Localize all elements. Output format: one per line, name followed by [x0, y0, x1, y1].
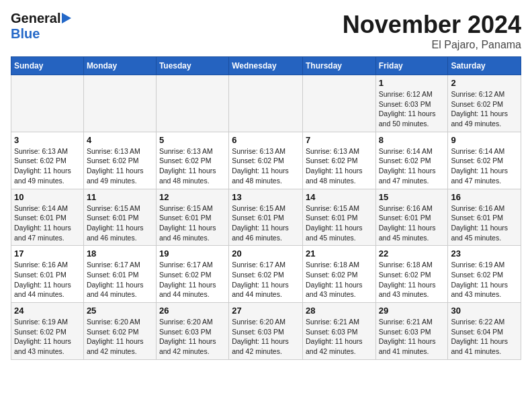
calendar-cell: 27Sunrise: 6:20 AMSunset: 6:03 PMDayligh… — [229, 303, 303, 360]
calendar-cell: 19Sunrise: 6:17 AMSunset: 6:02 PMDayligh… — [156, 246, 228, 303]
day-info: Sunrise: 6:18 AMSunset: 6:02 PMDaylight:… — [379, 260, 445, 300]
day-info: Sunrise: 6:15 AMSunset: 6:01 PMDaylight:… — [232, 203, 300, 243]
day-info: Sunrise: 6:13 AMSunset: 6:02 PMDaylight:… — [14, 146, 81, 186]
day-info: Sunrise: 6:12 AMSunset: 6:02 PMDaylight:… — [451, 89, 518, 129]
day-number: 16 — [451, 192, 518, 202]
logo: General Blue — [11, 11, 71, 42]
page-subtitle: El Pajaro, Panama — [343, 39, 521, 51]
day-number: 10 — [14, 192, 81, 202]
day-info: Sunrise: 6:20 AMSunset: 6:03 PMDaylight:… — [232, 317, 300, 357]
day-info: Sunrise: 6:21 AMSunset: 6:03 PMDaylight:… — [306, 317, 373, 357]
day-info: Sunrise: 6:20 AMSunset: 6:02 PMDaylight:… — [87, 317, 153, 357]
day-info: Sunrise: 6:17 AMSunset: 6:02 PMDaylight:… — [232, 260, 300, 300]
day-number: 12 — [159, 192, 226, 202]
day-number: 7 — [306, 135, 373, 145]
calendar-cell: 15Sunrise: 6:16 AMSunset: 6:01 PMDayligh… — [375, 189, 448, 246]
day-info: Sunrise: 6:14 AMSunset: 6:01 PMDaylight:… — [14, 203, 81, 243]
day-info: Sunrise: 6:19 AMSunset: 6:02 PMDaylight:… — [14, 317, 81, 357]
day-number: 4 — [87, 135, 153, 145]
day-of-week-header: Wednesday — [229, 57, 303, 75]
day-info: Sunrise: 6:16 AMSunset: 6:01 PMDaylight:… — [451, 203, 518, 243]
day-info: Sunrise: 6:13 AMSunset: 6:02 PMDaylight:… — [232, 146, 300, 186]
day-info: Sunrise: 6:15 AMSunset: 6:01 PMDaylight:… — [87, 203, 153, 243]
calendar-cell: 24Sunrise: 6:19 AMSunset: 6:02 PMDayligh… — [11, 303, 84, 360]
day-number: 2 — [451, 78, 518, 88]
logo-blue-text: Blue — [11, 26, 40, 41]
calendar-cell: 5Sunrise: 6:13 AMSunset: 6:02 PMDaylight… — [156, 132, 228, 189]
calendar-cell: 28Sunrise: 6:21 AMSunset: 6:03 PMDayligh… — [302, 303, 375, 360]
calendar-header-row: SundayMondayTuesdayWednesdayThursdayFrid… — [11, 57, 521, 75]
day-number: 25 — [87, 306, 153, 316]
day-number: 5 — [159, 135, 226, 145]
calendar-week-row: 1Sunrise: 6:12 AMSunset: 6:03 PMDaylight… — [11, 75, 521, 132]
day-info: Sunrise: 6:20 AMSunset: 6:03 PMDaylight:… — [159, 317, 226, 357]
day-number: 14 — [306, 192, 373, 202]
calendar-cell: 4Sunrise: 6:13 AMSunset: 6:02 PMDaylight… — [83, 132, 156, 189]
day-number: 17 — [14, 248, 81, 259]
calendar-cell: 2Sunrise: 6:12 AMSunset: 6:02 PMDaylight… — [448, 75, 521, 132]
page-header: General Blue November 2024 El Pajaro, Pa… — [11, 11, 521, 51]
day-number: 3 — [14, 135, 81, 145]
calendar-cell: 7Sunrise: 6:13 AMSunset: 6:02 PMDaylight… — [302, 132, 375, 189]
day-number: 11 — [87, 192, 153, 202]
day-number: 15 — [379, 192, 445, 202]
calendar-cell: 6Sunrise: 6:13 AMSunset: 6:02 PMDaylight… — [229, 132, 303, 189]
calendar-cell: 30Sunrise: 6:22 AMSunset: 6:04 PMDayligh… — [448, 303, 521, 360]
day-of-week-header: Thursday — [302, 57, 375, 75]
day-info: Sunrise: 6:13 AMSunset: 6:02 PMDaylight:… — [306, 146, 373, 186]
day-number: 29 — [379, 306, 445, 316]
day-info: Sunrise: 6:15 AMSunset: 6:01 PMDaylight:… — [159, 203, 226, 243]
day-of-week-header: Tuesday — [156, 57, 228, 75]
calendar-week-row: 3Sunrise: 6:13 AMSunset: 6:02 PMDaylight… — [11, 132, 521, 189]
day-of-week-header: Friday — [375, 57, 448, 75]
day-info: Sunrise: 6:17 AMSunset: 6:02 PMDaylight:… — [159, 260, 226, 300]
day-number: 21 — [306, 248, 373, 259]
logo-general-text: General — [11, 11, 60, 26]
day-info: Sunrise: 6:12 AMSunset: 6:03 PMDaylight:… — [379, 89, 445, 129]
day-number: 6 — [232, 135, 300, 145]
calendar-week-row: 17Sunrise: 6:16 AMSunset: 6:01 PMDayligh… — [11, 246, 521, 303]
day-number: 1 — [379, 78, 445, 88]
day-info: Sunrise: 6:14 AMSunset: 6:02 PMDaylight:… — [451, 146, 518, 186]
calendar-week-row: 10Sunrise: 6:14 AMSunset: 6:01 PMDayligh… — [11, 189, 521, 246]
day-number: 24 — [14, 306, 81, 316]
calendar-cell: 3Sunrise: 6:13 AMSunset: 6:02 PMDaylight… — [11, 132, 84, 189]
calendar-cell: 22Sunrise: 6:18 AMSunset: 6:02 PMDayligh… — [375, 246, 448, 303]
calendar-cell — [302, 75, 375, 132]
day-info: Sunrise: 6:21 AMSunset: 6:03 PMDaylight:… — [379, 317, 445, 357]
day-number: 26 — [159, 306, 226, 316]
title-block: November 2024 El Pajaro, Panama — [343, 11, 521, 51]
day-of-week-header: Sunday — [11, 57, 84, 75]
day-info: Sunrise: 6:17 AMSunset: 6:01 PMDaylight:… — [87, 260, 153, 300]
day-number: 27 — [232, 306, 300, 316]
calendar-cell: 10Sunrise: 6:14 AMSunset: 6:01 PMDayligh… — [11, 189, 84, 246]
calendar-cell: 1Sunrise: 6:12 AMSunset: 6:03 PMDaylight… — [375, 75, 448, 132]
calendar-cell — [11, 75, 84, 132]
day-number: 22 — [379, 248, 445, 259]
calendar-cell: 12Sunrise: 6:15 AMSunset: 6:01 PMDayligh… — [156, 189, 228, 246]
calendar-cell — [229, 75, 303, 132]
calendar-cell: 26Sunrise: 6:20 AMSunset: 6:03 PMDayligh… — [156, 303, 228, 360]
calendar-cell: 20Sunrise: 6:17 AMSunset: 6:02 PMDayligh… — [229, 246, 303, 303]
day-of-week-header: Monday — [83, 57, 156, 75]
calendar-cell: 13Sunrise: 6:15 AMSunset: 6:01 PMDayligh… — [229, 189, 303, 246]
calendar-cell: 11Sunrise: 6:15 AMSunset: 6:01 PMDayligh… — [83, 189, 156, 246]
calendar-cell: 29Sunrise: 6:21 AMSunset: 6:03 PMDayligh… — [375, 303, 448, 360]
calendar-cell: 16Sunrise: 6:16 AMSunset: 6:01 PMDayligh… — [448, 189, 521, 246]
day-info: Sunrise: 6:22 AMSunset: 6:04 PMDaylight:… — [451, 317, 518, 357]
calendar-cell: 21Sunrise: 6:18 AMSunset: 6:02 PMDayligh… — [302, 246, 375, 303]
calendar-cell: 18Sunrise: 6:17 AMSunset: 6:01 PMDayligh… — [83, 246, 156, 303]
day-number: 20 — [232, 248, 300, 259]
day-number: 18 — [87, 248, 153, 259]
day-info: Sunrise: 6:16 AMSunset: 6:01 PMDaylight:… — [379, 203, 445, 243]
calendar-cell: 23Sunrise: 6:19 AMSunset: 6:02 PMDayligh… — [448, 246, 521, 303]
calendar-cell — [83, 75, 156, 132]
day-info: Sunrise: 6:13 AMSunset: 6:02 PMDaylight:… — [87, 146, 153, 186]
day-number: 8 — [379, 135, 445, 145]
day-info: Sunrise: 6:16 AMSunset: 6:01 PMDaylight:… — [14, 260, 81, 300]
day-number: 28 — [306, 306, 373, 316]
page-title: November 2024 — [343, 11, 521, 39]
calendar-cell — [156, 75, 228, 132]
calendar-cell: 25Sunrise: 6:20 AMSunset: 6:02 PMDayligh… — [83, 303, 156, 360]
day-info: Sunrise: 6:13 AMSunset: 6:02 PMDaylight:… — [159, 146, 226, 186]
